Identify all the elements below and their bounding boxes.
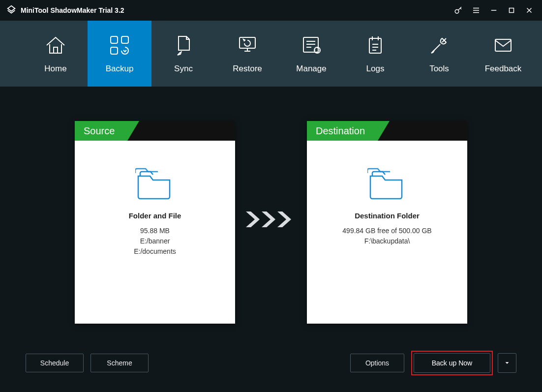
destination-ribbon: Destination xyxy=(307,121,378,141)
restore-icon xyxy=(236,33,259,57)
bottom-bar: Schedule Scheme Options Back up Now xyxy=(0,351,542,375)
tools-icon xyxy=(427,33,451,57)
manage-icon xyxy=(300,33,323,57)
nav-backup[interactable]: Backup xyxy=(88,21,151,87)
svg-rect-3 xyxy=(121,36,128,43)
destination-title: Destination Folder xyxy=(355,211,420,220)
backup-icon xyxy=(108,33,131,57)
maximize-button[interactable] xyxy=(503,0,520,21)
nav-label: Backup xyxy=(106,64,134,74)
source-header: Source xyxy=(75,121,235,141)
menu-icon[interactable] xyxy=(467,0,485,21)
logs-icon xyxy=(363,33,387,57)
destination-path: F:\backupdata\ xyxy=(364,236,410,246)
schedule-button[interactable]: Schedule xyxy=(26,354,84,372)
nav-label: Feedback xyxy=(485,64,522,74)
minimize-button[interactable] xyxy=(485,0,503,21)
titlebar: MiniTool ShadowMaker Trial 3.2 xyxy=(0,0,542,21)
source-path-1: E:/banner xyxy=(140,236,170,246)
nav-label: Home xyxy=(44,64,66,74)
source-size: 95.88 MB xyxy=(140,226,170,236)
folder-icon xyxy=(367,166,407,201)
svg-rect-4 xyxy=(111,47,118,54)
svg-rect-8 xyxy=(369,38,381,53)
nav-label: Tools xyxy=(429,64,449,74)
backup-now-highlight: Back up Now xyxy=(411,351,493,375)
svg-rect-2 xyxy=(111,36,118,43)
options-button[interactable]: Options xyxy=(350,354,404,372)
nav-label: Restore xyxy=(233,64,262,74)
folder-icon xyxy=(135,166,175,201)
nav-sync[interactable]: Sync xyxy=(151,21,215,87)
nav-label: Manage xyxy=(296,64,326,74)
svg-point-0 xyxy=(455,10,459,14)
main-nav: Home Backup Sync Restore Manage Logs T xyxy=(0,21,542,87)
main-content: Source Folder and File 95.88 MB E:/banne… xyxy=(0,87,542,324)
nav-restore[interactable]: Restore xyxy=(215,21,279,87)
nav-logs[interactable]: Logs xyxy=(343,21,407,87)
sync-icon xyxy=(172,33,195,57)
app-logo-icon xyxy=(6,5,17,16)
source-card[interactable]: Source Folder and File 95.88 MB E:/banne… xyxy=(75,121,235,324)
app-title: MiniTool ShadowMaker Trial 3.2 xyxy=(21,6,124,14)
destination-card[interactable]: Destination Destination Folder 499.84 GB… xyxy=(307,121,467,324)
close-button[interactable] xyxy=(520,0,538,21)
feedback-icon xyxy=(491,33,515,57)
key-icon[interactable] xyxy=(450,0,467,21)
nav-tools[interactable]: Tools xyxy=(407,21,471,87)
scheme-button[interactable]: Scheme xyxy=(90,354,149,372)
arrow-icon xyxy=(235,210,307,229)
destination-free: 499.84 GB free of 500.00 GB xyxy=(342,226,431,236)
nav-home[interactable]: Home xyxy=(24,21,88,87)
svg-rect-9 xyxy=(495,39,511,51)
nav-label: Logs xyxy=(366,64,385,74)
home-icon xyxy=(44,33,67,57)
backup-dropdown-button[interactable] xyxy=(498,353,516,373)
nav-label: Sync xyxy=(174,64,193,74)
svg-rect-1 xyxy=(510,8,514,13)
nav-manage[interactable]: Manage xyxy=(279,21,343,87)
source-ribbon: Source xyxy=(75,121,127,141)
backup-now-button[interactable]: Back up Now xyxy=(414,353,490,373)
destination-header: Destination xyxy=(307,121,467,141)
nav-feedback[interactable]: Feedback xyxy=(471,21,535,87)
source-title: Folder and File xyxy=(129,211,181,220)
source-path-2: E:/documents xyxy=(134,246,176,257)
